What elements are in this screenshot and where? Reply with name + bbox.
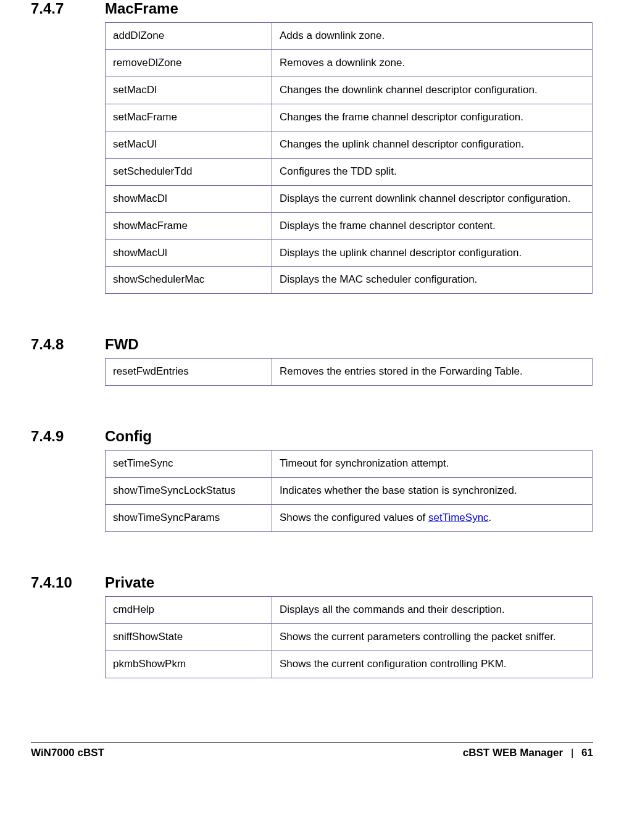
command-name: cmdHelp <box>106 597 272 624</box>
table-row: setMacDlChanges the downlink channel des… <box>106 77 593 104</box>
table-row: showTimeSyncLockStatusIndicates whether … <box>106 478 593 505</box>
command-desc: Removes the entries stored in the Forwar… <box>272 359 593 386</box>
table-row: setMacFrameChanges the frame channel des… <box>106 104 593 131</box>
command-table: cmdHelpDisplays all the commands and the… <box>105 596 593 678</box>
command-name: removeDlZone <box>106 49 272 77</box>
command-desc: Displays the frame channel descriptor co… <box>272 212 593 239</box>
section-title: Config <box>105 428 152 445</box>
footer-right: cBST WEB Manager | 61 <box>463 747 593 759</box>
section-header: 7.4.10 Private <box>31 574 593 591</box>
command-desc: Changes the downlink channel descriptor … <box>272 77 593 104</box>
table-row: pkmbShowPkmShows the current configurati… <box>106 651 593 678</box>
command-name: setMacUl <box>106 131 272 158</box>
table-row: setTimeSyncTimeout for synchronization a… <box>106 451 593 478</box>
command-name: showTimeSyncLockStatus <box>106 478 272 505</box>
section-number: 7.4.7 <box>31 0 105 17</box>
settimesync-link[interactable]: setTimeSync <box>428 512 489 523</box>
table-row: showSchedulerMacDisplays the MAC schedul… <box>106 267 593 294</box>
section-fwd: 7.4.8 FWD resetFwdEntriesRemoves the ent… <box>31 336 593 386</box>
section-number: 7.4.10 <box>31 574 105 591</box>
section-macframe: 7.4.7 MacFrame addDlZoneAdds a downlink … <box>31 0 593 294</box>
section-number: 7.4.8 <box>31 336 105 353</box>
command-name: showMacUl <box>106 239 272 267</box>
command-name: addDlZone <box>106 23 272 50</box>
command-name: setMacFrame <box>106 104 272 131</box>
table-row: removeDlZoneRemoves a downlink zone. <box>106 49 593 77</box>
section-number: 7.4.9 <box>31 428 105 445</box>
table-row: setSchedulerTddConfigures the TDD split. <box>106 158 593 185</box>
command-desc: Shows the current parameters controlling… <box>272 624 593 651</box>
command-desc: Timeout for synchronization attempt. <box>272 451 593 478</box>
page-content: 7.4.7 MacFrame addDlZoneAdds a downlink … <box>0 0 624 778</box>
command-desc: Shows the current configuration controll… <box>272 651 593 678</box>
command-name: resetFwdEntries <box>106 359 272 386</box>
command-desc: Displays the current downlink channel de… <box>272 185 593 212</box>
command-name: setMacDl <box>106 77 272 104</box>
section-header: 7.4.9 Config <box>31 428 593 445</box>
section-header: 7.4.8 FWD <box>31 336 593 353</box>
command-desc: Adds a downlink zone. <box>272 23 593 50</box>
table-row: addDlZoneAdds a downlink zone. <box>106 23 593 50</box>
command-desc: Shows the configured values of setTimeSy… <box>272 505 593 532</box>
command-table: resetFwdEntriesRemoves the entries store… <box>105 358 593 386</box>
command-desc: Displays all the commands and their desc… <box>272 597 593 624</box>
footer-page-number: 61 <box>581 747 593 759</box>
footer-separator: | <box>566 747 578 759</box>
desc-text: Shows the configured values of <box>280 512 428 523</box>
table-row: setMacUlChanges the uplink channel descr… <box>106 131 593 158</box>
table-row: sniffShowStateShows the current paramete… <box>106 624 593 651</box>
section-title: FWD <box>105 336 139 353</box>
command-desc: Displays the MAC scheduler configuration… <box>272 267 593 294</box>
table-row: showMacFrameDisplays the frame channel d… <box>106 212 593 239</box>
command-table: addDlZoneAdds a downlink zone. removeDlZ… <box>105 22 593 294</box>
command-desc: Configures the TDD split. <box>272 158 593 185</box>
command-desc: Displays the uplink channel descriptor c… <box>272 239 593 267</box>
section-config: 7.4.9 Config setTimeSyncTimeout for sync… <box>31 428 593 532</box>
table-row: showMacDlDisplays the current downlink c… <box>106 185 593 212</box>
section-title: MacFrame <box>105 0 178 17</box>
command-name: sniffShowState <box>106 624 272 651</box>
desc-text: . <box>489 512 492 523</box>
command-name: showSchedulerMac <box>106 267 272 294</box>
table-row: resetFwdEntriesRemoves the entries store… <box>106 359 593 386</box>
command-desc: Indicates whether the base station is sy… <box>272 478 593 505</box>
command-table: setTimeSyncTimeout for synchronization a… <box>105 450 593 532</box>
command-name: showMacFrame <box>106 212 272 239</box>
section-private: 7.4.10 Private cmdHelpDisplays all the c… <box>31 574 593 678</box>
command-name: setTimeSync <box>106 451 272 478</box>
command-desc: Removes a downlink zone. <box>272 49 593 77</box>
command-desc: Changes the uplink channel descriptor co… <box>272 131 593 158</box>
command-name: pkmbShowPkm <box>106 651 272 678</box>
section-title: Private <box>105 574 154 591</box>
footer-title: cBST WEB Manager <box>463 747 563 759</box>
command-name: showMacDl <box>106 185 272 212</box>
table-row: cmdHelpDisplays all the commands and the… <box>106 597 593 624</box>
table-row: showMacUlDisplays the uplink channel des… <box>106 239 593 267</box>
command-name: setSchedulerTdd <box>106 158 272 185</box>
table-row: showTimeSyncParams Shows the configured … <box>106 505 593 532</box>
page-footer: WiN7000 cBST cBST WEB Manager | 61 <box>31 742 593 759</box>
command-name: showTimeSyncParams <box>106 505 272 532</box>
footer-product: WiN7000 cBST <box>31 747 104 759</box>
command-desc: Changes the frame channel descriptor con… <box>272 104 593 131</box>
section-header: 7.4.7 MacFrame <box>31 0 593 17</box>
